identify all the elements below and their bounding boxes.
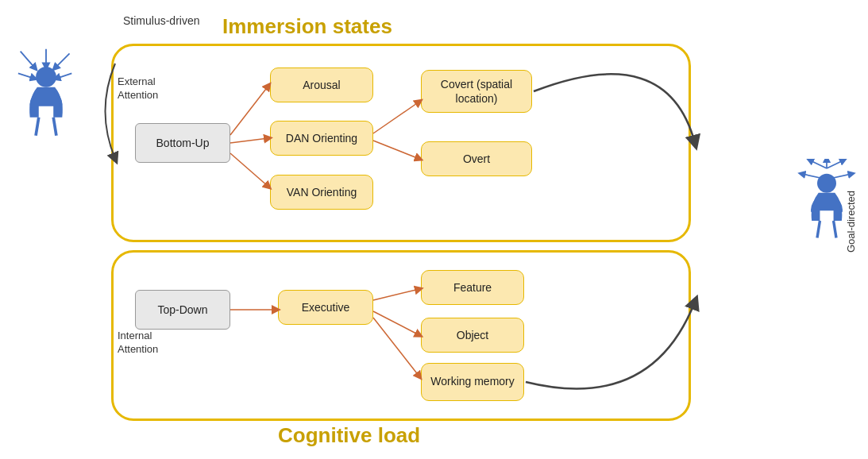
person-right-figure (795, 159, 858, 254)
label-external: ExternalAttention (118, 75, 158, 102)
node-arousal: Arousal (270, 68, 373, 102)
node-top-down: Top-Down (135, 290, 230, 330)
diagram-container: Immersion states Cognitive load Stimulus… (0, 0, 868, 459)
label-internal: InternalAttention (118, 330, 158, 357)
svg-point-5 (36, 67, 56, 87)
node-bottom-up: Bottom-Up (135, 123, 230, 163)
title-immersion: Immersion states (222, 14, 392, 39)
node-van: VAN Orienting (270, 175, 373, 210)
node-working-memory: Working memory (421, 363, 524, 401)
node-overt: Overt (421, 141, 532, 176)
svg-line-3 (18, 73, 34, 78)
svg-line-8 (827, 160, 843, 168)
svg-line-0 (21, 52, 35, 68)
label-stimulus: Stimulus-driven (123, 14, 199, 27)
node-dan: DAN Orienting (270, 121, 373, 156)
node-covert: Covert (spatial location) (421, 70, 532, 113)
node-feature: Feature (421, 270, 524, 305)
title-cognitive: Cognitive load (278, 423, 420, 448)
node-object: Object (421, 318, 524, 353)
person-left-figure (14, 48, 78, 143)
node-executive: Executive (278, 290, 373, 325)
svg-line-2 (55, 53, 69, 68)
svg-point-11 (817, 174, 836, 193)
cognitive-box (111, 250, 691, 421)
svg-line-4 (56, 73, 71, 78)
svg-line-6 (810, 160, 827, 168)
